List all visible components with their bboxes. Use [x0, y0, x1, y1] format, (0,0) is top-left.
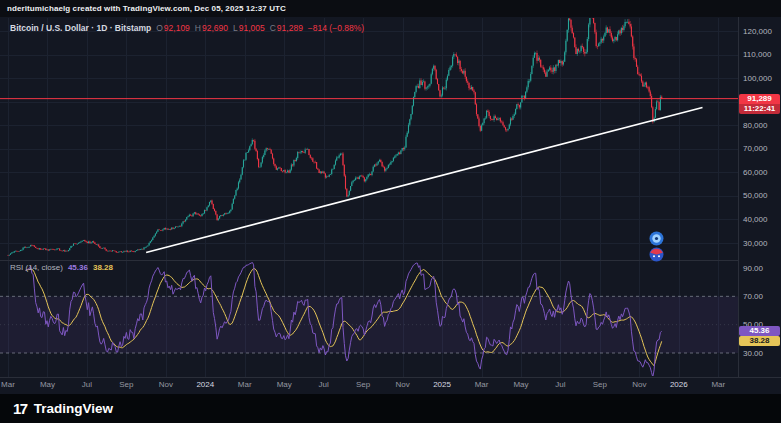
price-axis-label: 30,000 [743, 239, 767, 248]
time-axis-label: May [513, 377, 528, 393]
rsi-value: 45.36 [68, 263, 88, 272]
price-axis-label: 80,000 [743, 121, 767, 130]
time-axis-label: Nov [159, 377, 173, 393]
blue-red-emoji-icon [649, 247, 664, 262]
emoji-sticker-1[interactable] [649, 231, 664, 246]
rsi-axis-label: 90.00 [743, 264, 763, 273]
price-axis-label: 40,000 [743, 215, 767, 224]
time-axis-label: Mar [711, 377, 725, 393]
rsi-pane[interactable] [0, 261, 738, 377]
symbol-legend[interactable]: Bitcoin / U.S. Dollar · 1D · Bitstamp O9… [10, 23, 364, 33]
current-price-label: 91,289 [739, 94, 780, 104]
blue-round-emoji-icon [649, 231, 664, 246]
time-axis-label: Sep [119, 377, 133, 393]
rsi-title[interactable]: RSI (14, close) [10, 263, 63, 272]
rsi-value-badge: 45.36 [739, 326, 780, 336]
time-axis-label: Sep [356, 377, 370, 393]
rsi-ma-value-badge: 38.28 [739, 336, 780, 346]
ohlc-open: O92,109 [156, 23, 190, 33]
time-axis-label: May [277, 377, 292, 393]
bar-countdown[interactable]: 11:22:41 [739, 104, 780, 114]
price-axis-label: 60,000 [743, 168, 767, 177]
emoji-sticker-2[interactable] [649, 247, 664, 262]
time-axis-label: Nov [395, 377, 409, 393]
rsi-ma-value: 38.28 [93, 263, 113, 272]
time-axis-label: Jul [555, 377, 565, 393]
rsi-legend[interactable]: RSI (14, close) 45.36 38.28 [10, 263, 113, 272]
tradingview-logo[interactable]: 17 TradingView [13, 400, 113, 417]
time-axis-label: Nov [632, 377, 646, 393]
price-axis-label: 110,000 [743, 50, 771, 59]
change-value: −814 (−0.88%) [308, 23, 364, 33]
price-axis[interactable]: 120,000110,000100,00090,00080,00070,0006… [738, 17, 781, 377]
time-axis-label: Mar [238, 377, 252, 393]
rsi-axis-label: 70.00 [743, 292, 763, 301]
tradingview-chart-window: nderitumichaelg created with TradingView… [0, 0, 781, 423]
time-axis-label: Sep [593, 377, 607, 393]
time-axis-label: Jul [319, 377, 329, 393]
price-axis-label: 120,000 [743, 27, 772, 36]
time-axis-year-label: 2024 [196, 377, 214, 393]
ohlc-close: C91,289 [270, 23, 303, 33]
time-axis-label: Jul [82, 377, 92, 393]
time-axis[interactable]: MarMayJulSepNov2024MarMayJulSepNov2025Ma… [0, 377, 738, 394]
time-axis-year-label: 2026 [670, 377, 688, 393]
tradingview-logo-mark-icon: 17 [13, 400, 27, 417]
tradingview-wordmark: TradingView [34, 401, 113, 416]
price-axis-label: 100,000 [743, 74, 772, 83]
main-chart-pane[interactable] [0, 17, 738, 260]
ohlc-low: L91,005 [233, 23, 265, 33]
attribution-text: nderitumichaelg created with TradingView… [7, 4, 286, 13]
symbol-title[interactable]: Bitcoin / U.S. Dollar · 1D · Bitstamp [10, 23, 151, 33]
time-axis-label: Mar [475, 377, 489, 393]
price-axis-label: 50,000 [743, 191, 767, 200]
price-axis-label: 70,000 [743, 144, 767, 153]
ohlc-high: H92,690 [195, 23, 228, 33]
time-axis-year-label: 2025 [433, 377, 451, 393]
rsi-axis-label: 30.00 [743, 349, 763, 358]
current-price-badge[interactable]: 91,289 11:22:41 [739, 94, 780, 114]
attribution-bar: nderitumichaelg created with TradingView… [0, 0, 781, 17]
footer-bar: 17 TradingView [0, 394, 781, 423]
time-axis-label: Mar [1, 377, 15, 393]
time-axis-label: May [40, 377, 55, 393]
